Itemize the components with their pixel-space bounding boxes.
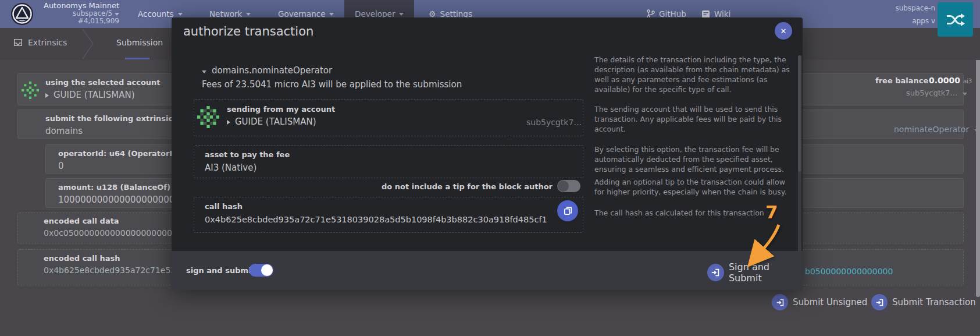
- fee-asset-label: asset to pay the fee: [205, 150, 290, 159]
- sender-description: The sending account that will be used to…: [594, 105, 795, 135]
- param-operatorid-value[interactable]: 0: [58, 161, 64, 171]
- endpoint-name: subspace-n: [849, 5, 935, 12]
- account-address-dropdown[interactable]: sub5ycgtk7…: [906, 89, 967, 97]
- page-scrollbar[interactable]: [976, 36, 980, 297]
- fee-asset-description: By selecting this option, the transactio…: [594, 145, 795, 175]
- annotation-arrow: [744, 217, 791, 269]
- autonomys-logo[interactable]: [10, 2, 34, 26]
- chevron-down-icon: [115, 13, 119, 16]
- sender-identicon: [197, 106, 219, 128]
- sign-and-submit-toggle[interactable]: [249, 264, 273, 277]
- modal-title: authorize transaction: [183, 24, 313, 38]
- chevron-down-icon: [399, 13, 404, 16]
- fees-note: Fees of 23.5041 micro AI3 will be applie…: [202, 79, 462, 90]
- extrinsic-method-dropdown[interactable]: nominateOperator: [894, 125, 979, 134]
- extrinsic-section-value[interactable]: domains: [45, 126, 83, 136]
- selected-account-label: using the selected account: [45, 78, 161, 87]
- chevron-down-icon: [329, 13, 334, 16]
- call-hash-label: call hash: [205, 202, 243, 211]
- fee-asset-value[interactable]: AI3 (Native): [205, 162, 256, 173]
- network-name: Autonomys Mainnet: [35, 2, 119, 10]
- extrinsic-label: submit the following extrinsic: [45, 114, 173, 123]
- sign-in-icon: [772, 294, 788, 310]
- authorize-transaction-modal: authorize transaction ✕ domains.nominate…: [172, 17, 803, 290]
- shuffle-icon: [946, 12, 965, 28]
- tab-submission[interactable]: Submission: [116, 38, 163, 47]
- sender-label: sending from my account: [227, 105, 335, 114]
- method-description: The details of the transaction including…: [594, 55, 795, 95]
- active-tab-underline: [125, 58, 149, 59]
- encoded-call-data-label: encoded call data: [44, 217, 119, 225]
- apps-version: apps v: [849, 17, 935, 25]
- tip-toggle[interactable]: [557, 180, 580, 192]
- block-number: #4,015,909: [35, 17, 119, 25]
- expand-triangle-icon: [45, 93, 49, 98]
- chevron-down-icon: [202, 70, 206, 73]
- chevron-down-icon: [963, 93, 967, 96]
- sign-and-submit-toggle-label: sign and submit: [186, 266, 255, 275]
- free-balance-label: free balance: [875, 76, 928, 85]
- chevron-down-icon: [178, 13, 183, 16]
- sign-in-icon: [707, 264, 724, 281]
- tab-separator: [81, 28, 97, 60]
- copy-call-hash-button[interactable]: [557, 200, 578, 221]
- tab-extrinsics[interactable]: Extrinsics: [28, 38, 67, 47]
- tip-toggle-label: do not include a tip for the block autho…: [349, 182, 553, 191]
- switch-endpoint-button[interactable]: [938, 2, 973, 37]
- param-amount-value[interactable]: 100000000000000000000: [58, 194, 174, 205]
- encoded-call-hash-tail: b0500000000000000: [805, 267, 893, 276]
- sender-address: sub5ycgtk7…: [526, 118, 582, 127]
- account-identicon: [22, 82, 39, 99]
- modal-scrollbar[interactable]: [798, 55, 801, 253]
- sign-in-icon: [871, 294, 888, 310]
- copy-icon: [563, 206, 573, 216]
- encoded-call-hash-label: encoded call hash: [44, 254, 120, 263]
- chevron-down-icon: [246, 13, 251, 16]
- submit-transaction-button[interactable]: Submit Transaction: [871, 294, 976, 310]
- param-operatorid-label: operatorId: u64 (OperatorId): [58, 149, 181, 158]
- network-info[interactable]: Autonomys Mainnet subspace/5 #4,015,909: [35, 2, 119, 26]
- selected-account-name[interactable]: GUIDE (TALISMAN): [45, 90, 135, 100]
- call-hash-value: 0x4b625e8cbded935a72c71e5318039028a5d5b1…: [205, 215, 547, 224]
- toggle-knob: [261, 264, 273, 276]
- tip-description: Adding an optional tip to the transactio…: [594, 178, 795, 197]
- close-icon: ✕: [781, 27, 787, 36]
- extrinsics-icon: [13, 37, 23, 48]
- close-modal-button[interactable]: ✕: [775, 22, 792, 40]
- submit-unsigned-button[interactable]: Submit Unsigned: [772, 294, 867, 310]
- free-balance-value: 0.0000 ai3: [929, 76, 972, 85]
- toggle-knob: [558, 181, 569, 192]
- call-method-expander[interactable]: domains.nominateOperator: [202, 65, 332, 76]
- expand-triangle-icon: [227, 120, 230, 125]
- sender-name[interactable]: GUIDE (TALISMAN): [227, 116, 316, 127]
- param-amount-label: amount: u128 (BalanceOf): [58, 183, 170, 192]
- modal-footer: sign and submit Sign and Submit: [172, 251, 803, 290]
